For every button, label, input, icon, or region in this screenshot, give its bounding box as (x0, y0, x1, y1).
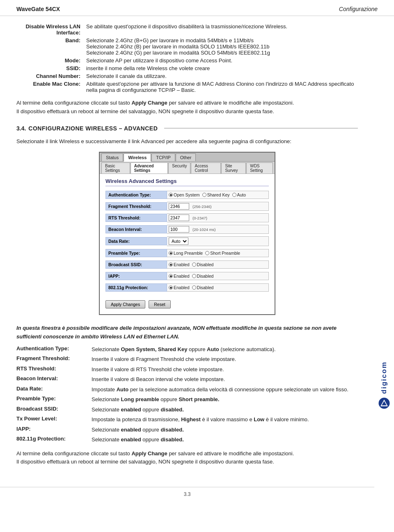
mode-desc: Selezionate AP per utilizzare il disposi… (86, 57, 358, 64)
ssid-term: SSID: (16, 65, 82, 71)
rts-input[interactable] (169, 215, 189, 221)
router-subtab-bar: Basic Settings Advanced Settings Securit… (100, 162, 275, 174)
tab-wireless[interactable]: Wireless (124, 153, 151, 162)
broadcast-ssid-row: Broadcast SSID: Enabled Disab (105, 260, 269, 269)
radio-shared-key[interactable]: Shared Key (202, 192, 230, 197)
ssid-desc: inserite il nome della rete Wireless che… (86, 65, 358, 71)
band-term: Band: (16, 37, 82, 56)
iapp-row: IAPP: Enabled Disabled (105, 272, 269, 281)
subtab-advanced[interactable]: Advanced Settings (131, 162, 168, 174)
router-button-row: Apply Changes Reset (105, 297, 269, 308)
preamble-value: Long Preamble Short Preamble (167, 249, 269, 257)
radio-dot-shared (202, 193, 206, 197)
radio-dot-short (205, 251, 209, 255)
detail-beacon-term: Beacon Interval: (16, 375, 88, 384)
fragment-label: Fragment Threshold: (105, 202, 167, 210)
iapp-label: IAPP: (105, 272, 167, 280)
subtab-wds[interactable]: WDS Setting (246, 162, 273, 174)
rts-label: RTS Threshold: (105, 214, 167, 222)
broadcast-ssid-value: Enabled Disabled (167, 260, 269, 269)
datarate-value: Auto (167, 236, 269, 246)
radio-ssid-disabled[interactable]: Disabled (192, 262, 214, 267)
radio-long-preamble[interactable]: Long Preamble (169, 251, 203, 256)
page-number: 3.3 (184, 491, 191, 497)
band-desc: Selezionate 2.4Ghz (B+G) per lavorare in… (86, 37, 358, 56)
section-divider (164, 128, 358, 128)
radio-iapp-disabled[interactable]: Disabled (192, 274, 214, 279)
beacon-input[interactable] (169, 226, 189, 233)
datarate-select[interactable]: Auto (169, 237, 188, 245)
side-badge: digicom (374, 23, 394, 501)
app-title: WaveGate 54CX (16, 6, 60, 12)
reset-button[interactable]: Reset (149, 300, 170, 308)
channel-term: Channel Number: (16, 73, 82, 79)
radio-ssid-enabled[interactable]: Enabled (169, 262, 190, 267)
subtab-basic[interactable]: Basic Settings (101, 162, 130, 174)
detail-protection-term: 802.11g Protection: (16, 436, 88, 444)
intro-definitions: Disable Wireless LAN Interface: Se abili… (16, 23, 358, 93)
detail-broadcast-term: Broadcast SSID: (16, 406, 88, 414)
rts-value: (0-2347) (167, 213, 269, 222)
radio-dot-ssid-disabled (192, 263, 196, 267)
detail-datarate-term: Data Rate: (16, 386, 88, 394)
digicom-brand: digicom (380, 361, 388, 394)
enable-mac-desc: Abilitate quest'opzione per attivare la … (86, 81, 358, 93)
radio-protection-enabled[interactable]: Enabled (169, 285, 190, 290)
radio-iapp-enabled[interactable]: Enabled (169, 274, 190, 279)
detail-rts-desc: Inserite il valore di RTS Threshold che … (92, 365, 358, 374)
disable-wireless-term: Disable Wireless LAN Interface: (16, 23, 82, 36)
radio-dot-iapp-enabled (169, 274, 173, 278)
detail-rts-term: RTS Threshold: (16, 365, 88, 374)
radio-open-system[interactable]: Open System (169, 192, 200, 197)
rts-hint: (0-2347) (192, 216, 207, 220)
radio-short-preamble[interactable]: Short Preamble (205, 251, 240, 256)
page-footer: 3.3 (0, 487, 374, 501)
note1-text: Al termine della configurazione cliccate… (16, 99, 358, 116)
tab-status[interactable]: Status (101, 153, 123, 161)
warning-text: In questa finestra è possibile modificar… (16, 324, 358, 341)
tab-other[interactable]: Other (176, 153, 196, 161)
radio-protection-disabled[interactable]: Disabled (192, 285, 214, 290)
detail-fragment-desc: Inserite il valore di Fragment Threshold… (92, 355, 358, 363)
detail-auth-term: Authentication Type: (16, 345, 88, 354)
detail-iapp-desc: Selezionate enabled oppure disabled. (92, 426, 358, 434)
fragment-row: Fragment Threshold: (256-2346) (105, 202, 269, 211)
note2-text: Al termine della configurazione cliccate… (16, 450, 358, 467)
section-title: Configurazione (339, 6, 378, 12)
radio-dot-prot-disabled (192, 285, 196, 290)
apply-changes-button[interactable]: Apply Changes (105, 300, 145, 308)
detail-beacon-desc: Inserite il valore di Beacon interval ch… (92, 375, 358, 384)
detail-protection-desc: Selezionate enabled oppure disabled. (92, 436, 358, 444)
detail-txpower-term: Tx Power Level: (16, 416, 88, 424)
detail-iapp-term: IAPP: (16, 426, 88, 434)
radio-dot-prot-enabled (169, 285, 173, 290)
radio-auto[interactable]: Auto (232, 192, 246, 197)
section-34-heading: 3.4. CONFIGURAZIONE WIRELESS – ADVANCED (16, 125, 358, 132)
section-title-34: CONFIGURAZIONE WIRELESS – ADVANCED (28, 125, 158, 132)
channel-desc: Selezionate il canale da utilizzare. (86, 73, 358, 79)
subtab-security[interactable]: Security (168, 162, 190, 174)
radio-dot-iapp-disabled (192, 274, 196, 278)
tab-tcpip[interactable]: TCP/IP (151, 153, 175, 161)
detail-datarate-desc: Impostate Auto per la selezione automati… (92, 386, 358, 394)
datarate-row: Data Rate: Auto (105, 236, 269, 246)
detail-txpower-desc: Impostate la potenza di trasmissione, Hi… (92, 416, 358, 424)
detail-fragment-term: Fragment Threshold: (16, 355, 88, 363)
section-number: 3.4. (16, 125, 26, 132)
detail-definitions: Authentication Type: Selezionate Open Sy… (16, 345, 358, 444)
preamble-label: Preamble Type: (105, 249, 167, 257)
preamble-row: Preamble Type: Long Preamble (105, 249, 269, 258)
disable-wireless-desc: Se abilitate quest'opzione il dispositiv… (86, 23, 358, 36)
subtab-site[interactable]: Site Survey (221, 162, 246, 174)
router-page-title: Wireless Advanced Settings (105, 178, 269, 186)
router-body: Wireless Advanced Settings Authenticatio… (100, 174, 275, 314)
beacon-value: (20-1024 ms) (167, 225, 269, 234)
auth-type-label: Authentication Type: (105, 191, 167, 199)
beacon-label: Beacon Interval: (105, 225, 167, 233)
digicom-logo-icon (378, 397, 390, 409)
enable-mac-term: Enable Mac Clone: (16, 81, 82, 93)
fragment-input[interactable] (169, 203, 189, 210)
subtab-access[interactable]: Access Control (191, 162, 221, 174)
radio-dot-long (169, 251, 173, 255)
section-intro2: Selezionate il link Wireless e successiv… (16, 137, 358, 146)
